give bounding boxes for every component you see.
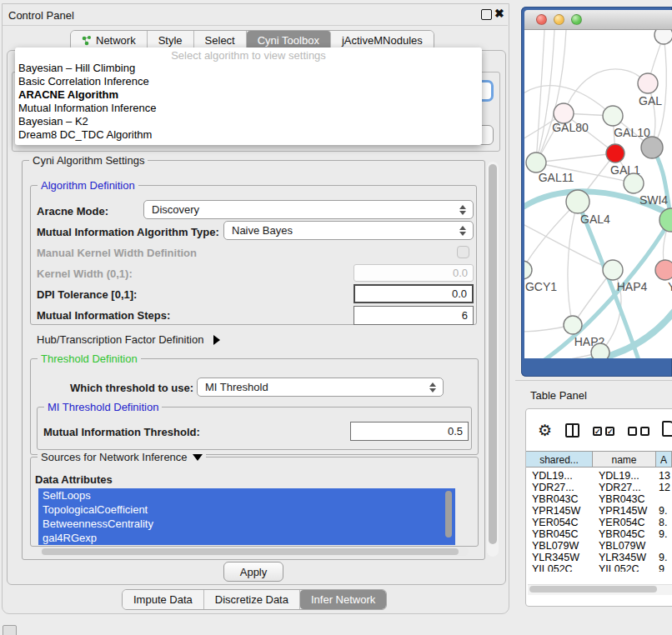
dpi-tolerance-label: DPI Tolerance [0,1]:	[37, 288, 137, 301]
table-header-row: shared...nameA	[526, 451, 672, 468]
table-row[interactable]: YLR345WYLR345W9.	[526, 552, 672, 563]
table-row[interactable]: YBR043CYBR043C	[526, 493, 672, 505]
network-node-gal10[interactable]	[603, 106, 623, 126]
network-node-swi4[interactable]	[624, 173, 644, 193]
column-header-3[interactable]: A	[656, 452, 672, 468]
node-label: GAL10	[614, 126, 650, 139]
column-header-1[interactable]: shared...	[526, 452, 593, 468]
network-node-y[interactable]	[655, 260, 672, 280]
manual-kernel-checkbox[interactable]	[457, 246, 469, 258]
table-row[interactable]: YBR045CYBR045C9.	[526, 528, 672, 540]
attribute-list-item[interactable]: gal4RGexp	[38, 531, 455, 545]
sources-title-text: Sources for Network Inference	[41, 451, 188, 463]
table-cell: YLR345W	[526, 552, 593, 563]
network-node-gcy1[interactable]	[524, 261, 532, 279]
network-edge[interactable]	[536, 153, 615, 162]
sources-group-title[interactable]: Sources for Network Inference	[38, 451, 206, 463]
network-node[interactable]	[591, 343, 609, 358]
settings-scrollbar-thumb[interactable]	[489, 164, 497, 544]
minimized-panel-icon[interactable]	[3, 625, 17, 635]
dpi-tolerance-field[interactable]: 0.0	[354, 284, 474, 303]
table-cell: YLR345W	[593, 552, 656, 563]
dropdown-option-list: Bayesian – Hill ClimbingBasic Correlatio…	[15, 62, 482, 142]
tab-discretize-data[interactable]: Discretize Data	[204, 590, 300, 609]
tab-infer-network[interactable]: Infer Network	[300, 590, 386, 609]
network-node-gal[interactable]	[638, 73, 658, 93]
close-icon[interactable]: ✖	[494, 7, 504, 20]
mi-threshold-field[interactable]: 0.5	[350, 422, 469, 441]
mi-threshold-definition-title: MI Threshold Definition	[44, 401, 162, 413]
table-row[interactable]: YPR145WYPR145W9.	[526, 505, 672, 517]
column-header-2[interactable]: name	[593, 452, 656, 468]
mi-algorithm-type-combo[interactable]: Naive Bayes	[223, 221, 474, 240]
attribute-list-item[interactable]: SelfLoops	[38, 488, 455, 502]
network-node-gal1[interactable]	[606, 144, 624, 162]
network-edge[interactable]	[536, 30, 544, 162]
hub-definition-toggle[interactable]: Hub/Transcription Factor Definition	[37, 333, 220, 346]
zoom-traffic-light-icon[interactable]	[571, 14, 582, 25]
attribute-list-item[interactable]: BetweennessCentrality	[38, 517, 455, 531]
dropdown-option[interactable]: Dream8 DC_TDC Algorithm	[15, 128, 482, 142]
table-row[interactable]: YER054CYER054C8.	[526, 517, 672, 528]
network-canvas[interactable]: GALGAL80GAL10GAL1GAL11SWI4GAL4GCY1HAP4YH…	[524, 30, 672, 358]
table-row[interactable]: YBL079WYBL079W	[526, 540, 672, 552]
node-label: SWI4	[639, 193, 668, 207]
table-cell: YPR145W	[593, 505, 656, 517]
kernel-width-field: 0.0	[354, 264, 474, 282]
checked-boxes-icon[interactable]: ✓✓	[593, 427, 614, 436]
mi-steps-field[interactable]: 6	[354, 306, 474, 325]
dropdown-option[interactable]: Bayesian – Hill Climbing	[15, 62, 482, 75]
settings-hscrollbar-thumb[interactable]	[42, 548, 459, 555]
gear-icon[interactable]: ⚙	[538, 421, 552, 440]
table-row[interactable]: YDL19...YDL19...13	[526, 470, 672, 482]
network-node-gal4[interactable]	[566, 190, 589, 213]
split-columns-icon[interactable]	[565, 423, 579, 438]
tab-impute-data[interactable]: Impute Data	[123, 590, 204, 609]
attribute-list-item[interactable]: TopologicalCoefficient	[38, 502, 455, 517]
table-cell: 9.	[656, 552, 667, 563]
close-traffic-light-icon[interactable]	[536, 14, 547, 25]
dropdown-option[interactable]: Mutual Information Inference	[15, 102, 482, 115]
float-window-icon[interactable]	[481, 9, 492, 20]
network-node[interactable]	[641, 137, 663, 158]
table-row[interactable]: YIL052CYIL052C9	[526, 563, 672, 572]
mi-steps-label: Mutual Information Steps:	[37, 309, 170, 322]
node-label: GAL4	[580, 212, 610, 226]
dropdown-option[interactable]: Bayesian – K2	[15, 115, 482, 128]
attributes-scrollbar-thumb[interactable]	[445, 491, 452, 538]
dropdown-option[interactable]: ARACNE Algorithm	[15, 88, 482, 102]
network-node-gal11[interactable]	[526, 152, 546, 172]
table-cell: YDL19...	[526, 470, 593, 482]
table-cell: YIL052C	[593, 563, 656, 572]
network-edge[interactable]	[536, 30, 554, 162]
settings-group-title: Cyni Algorithm Settings	[29, 154, 148, 167]
network-node-hap4[interactable]	[603, 260, 623, 280]
document-icon[interactable]	[662, 421, 672, 437]
mi-threshold-label: Mutual Information Threshold:	[43, 426, 200, 438]
table-cell: YER054C	[526, 517, 593, 528]
table-panel-divider	[515, 380, 672, 381]
unchecked-boxes-icon[interactable]	[628, 427, 649, 436]
dropdown-option[interactable]: Basic Correlation Inference	[15, 75, 482, 88]
tab-label: jActiveMNodules	[342, 34, 423, 47]
combo-stepper-icon	[456, 205, 469, 215]
network-node-hap2[interactable]	[564, 316, 582, 334]
table-cell: YBR043C	[526, 493, 593, 505]
dropdown-placeholder: Select algorithm to view settings	[15, 49, 482, 62]
data-attributes-list[interactable]: SelfLoopsTopologicalCoefficientBetweenne…	[38, 488, 455, 545]
network-edge[interactable]	[568, 202, 578, 325]
table-hscrollbar-thumb[interactable]	[529, 586, 657, 592]
mi-algorithm-type-value: Naive Bayes	[232, 224, 456, 237]
aracne-mode-combo[interactable]: Discovery	[143, 200, 474, 219]
node-label: Y	[668, 280, 672, 293]
which-threshold-combo[interactable]: MI Threshold	[197, 378, 444, 397]
network-node[interactable]	[654, 30, 672, 44]
network-edge[interactable]	[524, 352, 600, 358]
algorithm-dropdown-popup: Select algorithm to view settings Bayesi…	[15, 48, 482, 145]
network-window-titlebar[interactable]	[524, 10, 672, 30]
table-row[interactable]: YDR27...YDR27...12	[526, 482, 672, 493]
hub-definition-label: Hub/Transcription Factor Definition	[37, 333, 203, 346]
apply-button[interactable]: Apply	[223, 562, 283, 582]
minimize-traffic-light-icon[interactable]	[554, 14, 564, 25]
table-cell: 13	[656, 470, 670, 482]
